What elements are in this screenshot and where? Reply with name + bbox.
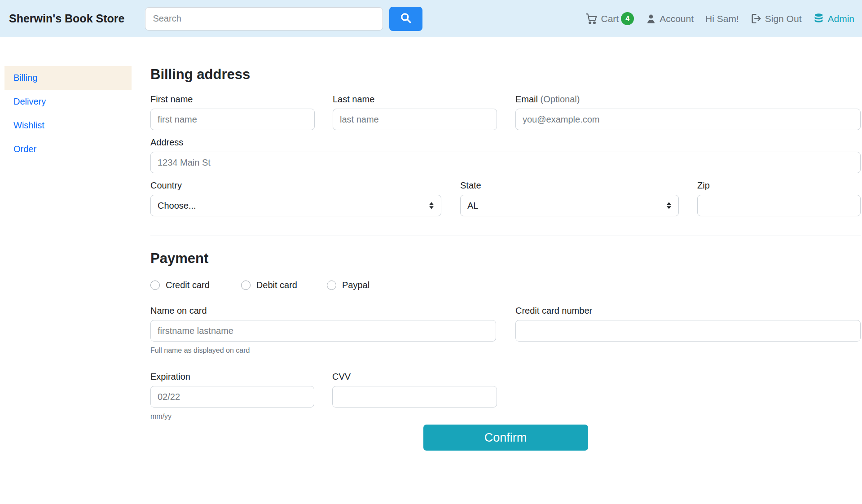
radio-circle-icon: [150, 280, 160, 290]
radio-debit-card[interactable]: Debit card: [241, 280, 297, 290]
radio-paypal-label: Paypal: [342, 280, 369, 290]
sidebar-item-order[interactable]: Order: [4, 137, 132, 161]
nav-sign-out-link[interactable]: Sign Out: [751, 13, 802, 24]
sidebar-item-delivery[interactable]: Delivery: [4, 90, 132, 114]
sidebar-item-label: Order: [13, 144, 36, 154]
sidebar-item-wishlist[interactable]: Wishlist: [4, 114, 132, 137]
confirm-button[interactable]: Confirm: [423, 425, 588, 451]
address-label: Address: [150, 137, 861, 148]
header-nav: Cart 4 Account Hi Sam! Sign Out: [586, 0, 854, 37]
name-on-card-input[interactable]: [150, 320, 496, 342]
checkout-form: Billing address First name Last name Ema…: [150, 66, 861, 451]
address-row: Address: [150, 137, 861, 173]
sidebar-nav: Billing Delivery Wishlist Order: [4, 66, 132, 161]
nav-admin-label: Admin: [827, 13, 854, 24]
email-input[interactable]: [515, 109, 861, 130]
sidebar-item-label: Billing: [13, 73, 37, 83]
name-on-card-label: Name on card: [150, 306, 496, 316]
radio-credit-card[interactable]: Credit card: [150, 280, 210, 290]
zip-label: Zip: [697, 180, 861, 191]
search-input[interactable]: [145, 7, 383, 31]
nav-cart-label: Cart: [601, 13, 619, 24]
cvv-label: CVV: [332, 372, 497, 382]
billing-address-title: Billing address: [150, 66, 861, 83]
payment-title: Payment: [150, 250, 861, 267]
zip-input[interactable]: [697, 195, 861, 216]
credit-card-number-input[interactable]: [515, 320, 861, 342]
expiration-label: Expiration: [150, 372, 314, 382]
cvv-input[interactable]: [332, 386, 497, 408]
state-label: State: [460, 180, 679, 191]
radio-circle-icon: [241, 280, 251, 290]
radio-circle-icon: [327, 280, 336, 290]
cart-count-badge: 4: [621, 12, 634, 25]
first-name-label: First name: [150, 94, 315, 105]
search-bar: [145, 7, 422, 31]
address-input[interactable]: [150, 152, 861, 173]
last-name-label: Last name: [333, 94, 497, 105]
sign-out-icon: [751, 13, 762, 24]
store-brand-title: Sherwin's Book Store: [9, 12, 124, 25]
email-optional-note: (Optional): [541, 94, 580, 104]
card-name-number-row: Name on card Full name as displayed on c…: [150, 306, 861, 355]
credit-card-number-label: Credit card number: [515, 306, 861, 316]
nav-greeting: Hi Sam!: [705, 13, 739, 24]
cart-icon: [586, 13, 598, 25]
payment-method-group: Credit card Debit card Paypal: [150, 280, 861, 290]
country-select[interactable]: Choose...: [150, 195, 441, 216]
expiration-help: mm/yy: [150, 412, 314, 421]
name-email-row: First name Last name Email (Optional): [150, 94, 861, 130]
nav-account-link[interactable]: Account: [646, 13, 694, 24]
country-label: Country: [150, 180, 441, 191]
name-on-card-help: Full name as displayed on card: [150, 346, 496, 355]
expiration-cvv-row: Expiration mm/yy CVV: [150, 372, 861, 421]
nav-cart-link[interactable]: Cart 4: [586, 12, 634, 25]
section-divider: [150, 236, 861, 236]
nav-admin-link[interactable]: Admin: [813, 13, 854, 24]
state-select[interactable]: AL: [460, 195, 679, 216]
app-header: Sherwin's Book Store Cart 4: [0, 0, 862, 37]
country-state-zip-row: Country Choose... State AL Zip: [150, 180, 861, 216]
email-label: Email (Optional): [515, 94, 861, 105]
first-name-input[interactable]: [150, 109, 315, 130]
search-icon: [400, 12, 412, 25]
sidebar-item-billing[interactable]: Billing: [4, 66, 132, 90]
sidebar-item-label: Delivery: [13, 96, 46, 107]
radio-credit-card-label: Credit card: [166, 280, 210, 290]
database-icon: [813, 13, 824, 24]
sidebar-item-label: Wishlist: [13, 120, 44, 131]
search-button[interactable]: [389, 7, 422, 31]
nav-account-label: Account: [660, 13, 694, 24]
last-name-input[interactable]: [333, 109, 497, 130]
person-icon: [646, 13, 656, 24]
nav-sign-out-label: Sign Out: [765, 13, 802, 24]
radio-debit-card-label: Debit card: [256, 280, 297, 290]
radio-paypal[interactable]: Paypal: [327, 280, 369, 290]
expiration-input[interactable]: [150, 386, 314, 408]
confirm-button-row: Confirm: [150, 425, 861, 451]
